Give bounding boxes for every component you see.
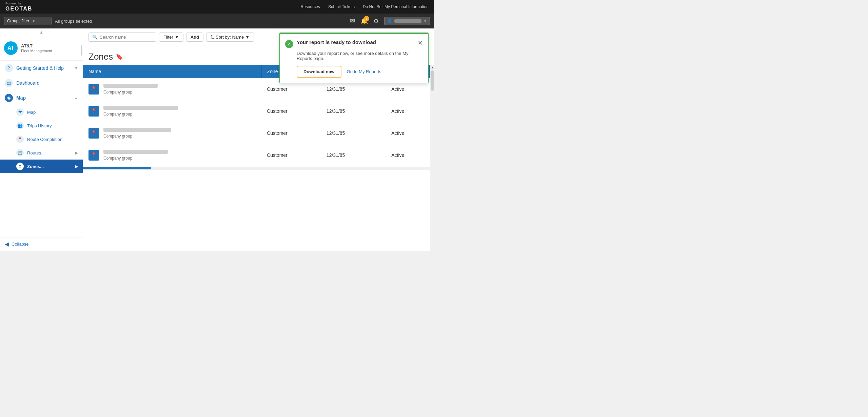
zone-type-cell: Customer bbox=[261, 122, 321, 144]
zone-type-cell: Customer bbox=[261, 144, 321, 166]
search-input[interactable] bbox=[100, 35, 147, 40]
top-nav: Resources Submit Tickets Do Not Sell My … bbox=[301, 4, 429, 9]
powered-by-text: Powered by GEOTAB bbox=[5, 2, 32, 12]
filter-label: Filter bbox=[163, 35, 173, 40]
notification-actions: Download now Go to My Reports bbox=[297, 66, 423, 78]
sidebar-item-routes[interactable]: 🔄 Routes... ▶ bbox=[0, 146, 83, 160]
groups-filter-chevron-icon: ▼ bbox=[32, 19, 35, 23]
table-scroll: Name Zone Type Active From Status 📍 Comp… bbox=[83, 65, 430, 251]
success-icon: ✓ bbox=[285, 40, 293, 48]
collapse-label: Collapse bbox=[12, 242, 29, 247]
status-cell: Active bbox=[386, 122, 430, 144]
second-bar: Groups filter ▼ All groups selected ✉ 🔔 … bbox=[0, 14, 434, 28]
add-button[interactable]: Add bbox=[186, 33, 203, 42]
sort-chevron-icon: ▼ bbox=[245, 35, 250, 40]
bottom-scrollbar-thumb bbox=[83, 167, 151, 169]
getting-started-chevron-icon: ▼ bbox=[74, 66, 78, 70]
groups-filter-button[interactable]: Groups filter ▼ bbox=[4, 17, 52, 25]
active-from-cell: 12/31/85 bbox=[321, 144, 386, 166]
trips-history-icon: 👥 bbox=[16, 122, 24, 129]
map-parent-icon: ◉ bbox=[5, 94, 13, 102]
zone-pin-icon: 📍 bbox=[88, 128, 99, 139]
scroll-up-arrow[interactable]: ▲ bbox=[430, 65, 434, 70]
zone-type-cell: Customer bbox=[261, 100, 321, 122]
zone-name-text: Company group bbox=[103, 106, 178, 117]
sidebar-item-dashboard[interactable]: ▤ Dashboard bbox=[0, 76, 83, 90]
user-menu[interactable]: 👤 ▼ bbox=[384, 17, 430, 25]
bookmark-icon[interactable]: 🔖 bbox=[116, 53, 123, 61]
sort-icon: ⇅ bbox=[211, 35, 214, 40]
zone-name-text: Company group bbox=[103, 150, 168, 161]
table-row[interactable]: 📍 Company group Customer12/31/85Active bbox=[83, 144, 430, 166]
my-reports-link[interactable]: Go to My Reports bbox=[347, 69, 381, 74]
routes-arrow-icon: ▶ bbox=[75, 151, 78, 155]
route-completion-label: Route Completion bbox=[27, 137, 62, 142]
groups-filter-label: Groups filter bbox=[7, 19, 29, 23]
active-from-cell: 12/31/85 bbox=[321, 122, 386, 144]
zone-name-blur bbox=[103, 150, 168, 154]
search-box[interactable]: 🔍 bbox=[88, 33, 156, 42]
notifications-button[interactable]: 🔔 1 bbox=[360, 17, 368, 25]
bottom-scrollbar[interactable] bbox=[83, 167, 430, 170]
sidebar-item-trips-history[interactable]: 👥 Trips History bbox=[0, 119, 83, 132]
notification-badge: 1 bbox=[364, 16, 369, 21]
settings-button[interactable]: ⚙ bbox=[373, 17, 379, 25]
add-label: Add bbox=[191, 35, 199, 40]
sidebar-item-getting-started[interactable]: ? Getting Started & Help ▼ bbox=[0, 61, 83, 76]
table-row[interactable]: 📍 Company group Customer12/31/85Active bbox=[83, 100, 430, 122]
submit-tickets-link[interactable]: Submit Tickets bbox=[328, 4, 355, 9]
sidebar-item-zones[interactable]: ⚙ Zones... ▶ bbox=[0, 160, 83, 173]
sort-button[interactable]: ⇅ Sort by: Name ▼ bbox=[206, 33, 254, 42]
name-cell: 📍 Company group bbox=[83, 78, 261, 100]
table-row[interactable]: 📍 Company group Customer12/31/85Active bbox=[83, 122, 430, 144]
zones-icon: ⚙ bbox=[16, 163, 24, 170]
filter-button[interactable]: Filter ▼ bbox=[159, 33, 183, 42]
route-completion-icon: 📍 bbox=[16, 135, 24, 143]
zone-cell: 📍 Company group bbox=[88, 106, 256, 117]
notification-close-button[interactable]: ✕ bbox=[418, 39, 423, 47]
all-groups-label: All groups selected bbox=[55, 19, 347, 24]
sidebar-scrollbar bbox=[81, 28, 83, 251]
zone-name-text: Company group bbox=[103, 128, 171, 139]
status-cell: Active bbox=[386, 100, 430, 122]
zone-cell: 📍 Company group bbox=[88, 128, 256, 139]
sidebar-collapse-button[interactable]: ◀ Collapse bbox=[0, 237, 83, 251]
zone-name-blur bbox=[103, 128, 171, 132]
scroll-thumb[interactable] bbox=[431, 70, 434, 91]
zone-pin-icon: 📍 bbox=[88, 106, 99, 117]
zone-pin-icon: 📍 bbox=[88, 150, 99, 161]
mail-button[interactable]: ✉ bbox=[350, 17, 355, 25]
sidebar: ▲ AT AT&T Fleet Management ? Getting Sta… bbox=[0, 28, 83, 251]
zones-arrow-icon: ▶ bbox=[75, 164, 78, 169]
company-name: AT&T bbox=[21, 43, 52, 49]
getting-started-icon: ? bbox=[5, 64, 13, 72]
map-chevron-icon: ▲ bbox=[74, 96, 78, 100]
active-from-cell: 12/31/85 bbox=[321, 100, 386, 122]
group-label: Company group bbox=[103, 90, 158, 95]
zone-cell: 📍 Company group bbox=[88, 84, 256, 95]
logo-area: Powered by GEOTAB bbox=[5, 2, 32, 12]
dashboard-label: Dashboard bbox=[16, 80, 78, 86]
routes-icon: 🔄 bbox=[16, 149, 24, 157]
zone-pin-icon: 📍 bbox=[88, 84, 99, 95]
user-chevron-icon: ▼ bbox=[423, 19, 427, 23]
sidebar-scroll-up[interactable]: ▲ bbox=[0, 28, 83, 36]
right-scrollbar[interactable]: ▲ bbox=[430, 65, 434, 251]
download-now-button[interactable]: Download now bbox=[297, 66, 341, 78]
sidebar-logo: AT AT&T Fleet Management bbox=[0, 36, 83, 61]
do-not-sell-link[interactable]: Do Not Sell My Personal Information bbox=[363, 4, 429, 9]
dashboard-icon: ▤ bbox=[5, 79, 13, 87]
notification-title: Your report is ready to download bbox=[297, 39, 414, 45]
sidebar-item-map[interactable]: 🗺 Map bbox=[0, 105, 83, 119]
user-name-label bbox=[394, 19, 421, 23]
sidebar-item-map-parent[interactable]: ◉ Map ▲ bbox=[0, 90, 83, 105]
name-cell: 📍 Company group bbox=[83, 100, 261, 122]
map-label: Map bbox=[27, 110, 36, 115]
page-title: Zones bbox=[88, 51, 113, 62]
main-layout: ▲ AT AT&T Fleet Management ? Getting Sta… bbox=[0, 28, 434, 251]
routes-label: Routes... bbox=[27, 150, 45, 155]
resources-link[interactable]: Resources bbox=[301, 4, 320, 9]
sidebar-item-route-completion[interactable]: 📍 Route Completion bbox=[0, 132, 83, 146]
content-area: 🔍 Filter ▼ Add ⇅ Sort by: Name ▼ Zones 🔖 bbox=[83, 28, 434, 251]
map-parent-label: Map bbox=[16, 95, 71, 101]
